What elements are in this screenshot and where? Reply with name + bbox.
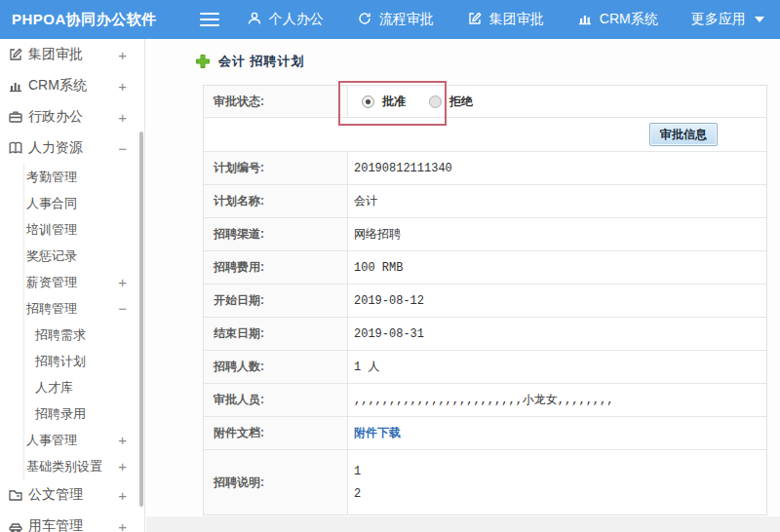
sidebar-item-label: 招聘计划 bbox=[35, 353, 86, 370]
radio-reject-label: 拒绝 bbox=[449, 94, 473, 110]
edit-icon bbox=[467, 11, 483, 29]
briefcase-icon bbox=[8, 109, 23, 125]
sidebar-item-label: 招聘录用 bbox=[35, 405, 86, 423]
sidebar-item-human-resources[interactable]: 人力资源− bbox=[0, 133, 144, 164]
sidebar-item-group-approval[interactable]: 集团审批+ bbox=[0, 39, 144, 70]
sidebar: 集团审批+CRM系统+行政办公+人力资源−考勤管理人事合同培训管理奖惩记录薪资管… bbox=[0, 39, 145, 532]
expand-icon[interactable]: + bbox=[118, 110, 127, 125]
sidebar-item-document[interactable]: 公文管理+ bbox=[0, 479, 144, 511]
nav-item-label: 集团审批 bbox=[489, 11, 544, 28]
add-icon bbox=[195, 54, 211, 69]
field-value: 会计 bbox=[348, 185, 766, 217]
sidebar-item-crm-system[interactable]: CRM系统+ bbox=[0, 70, 144, 101]
form-row: 结束日期:2019-08-31 bbox=[204, 318, 766, 351]
radio-approve-label: 批准 bbox=[382, 94, 406, 110]
sidebar-item-recruit-plan[interactable]: 招聘计划 bbox=[0, 348, 144, 374]
expand-icon[interactable]: + bbox=[118, 488, 127, 503]
car-icon bbox=[8, 518, 23, 532]
sidebar-item-training[interactable]: 培训管理 bbox=[0, 216, 144, 243]
caret-down-icon bbox=[755, 17, 764, 22]
sidebar-item-recruit-hire[interactable]: 招聘录用 bbox=[0, 400, 144, 427]
form-row: 招聘渠道:网络招聘 bbox=[204, 218, 766, 251]
field-value: 附件下载 bbox=[348, 417, 766, 449]
radio-approve[interactable]: 批准 bbox=[362, 94, 406, 110]
sidebar-item-label: 人事合同 bbox=[26, 195, 77, 212]
content-footer-strip bbox=[146, 516, 780, 532]
expand-icon[interactable]: + bbox=[118, 459, 127, 474]
expand-icon[interactable]: + bbox=[118, 79, 127, 94]
main-content: 会计 招聘计划 审批状态: 批准 拒绝 审批信息 bbox=[146, 39, 780, 532]
sidebar-item-vehicle[interactable]: 用车管理+ bbox=[0, 511, 144, 532]
edit-square-icon bbox=[8, 47, 23, 62]
form-row: 附件文档:附件下载 bbox=[204, 417, 766, 450]
description-line: 1 bbox=[354, 465, 361, 478]
sidebar-scrollbar[interactable] bbox=[139, 132, 143, 507]
expand-icon[interactable]: + bbox=[118, 519, 127, 532]
collapse-icon[interactable]: − bbox=[118, 301, 127, 316]
sidebar-item-label: 集团审批 bbox=[28, 46, 83, 63]
sidebar-item-recruit-need[interactable]: 招聘需求 bbox=[0, 322, 144, 348]
field-label: 计划编号: bbox=[204, 152, 348, 184]
sidebar-item-admin-office[interactable]: 行政办公+ bbox=[0, 101, 144, 133]
collapse-icon[interactable]: − bbox=[118, 141, 127, 156]
app-logo: PHPOA协同办公软件 bbox=[12, 11, 157, 29]
expand-icon[interactable]: + bbox=[118, 275, 127, 289]
field-label: 结束日期: bbox=[204, 318, 348, 350]
sidebar-item-label: 奖惩记录 bbox=[26, 247, 77, 265]
recruit-plan-form: 审批状态: 批准 拒绝 审批信息 计划编号:20190812111340计划名 bbox=[203, 85, 767, 515]
approval-info-button[interactable]: 审批信息 bbox=[649, 123, 718, 146]
sidebar-item-salary[interactable]: 薪资管理+ bbox=[0, 269, 144, 295]
expand-icon[interactable]: + bbox=[118, 48, 127, 62]
field-value: 1 人 bbox=[348, 351, 766, 383]
field-value: 批准 拒绝 bbox=[348, 86, 766, 117]
expand-icon[interactable]: + bbox=[118, 433, 127, 447]
sidebar-item-label: 考勤管理 bbox=[26, 169, 77, 186]
radio-reject[interactable]: 拒绝 bbox=[429, 94, 473, 110]
sidebar-item-label: 招聘需求 bbox=[35, 326, 86, 344]
field-value: 2019-08-12 bbox=[348, 285, 766, 317]
form-rows: 计划编号:20190812111340计划名称:会计招聘渠道:网络招聘招聘费用:… bbox=[204, 152, 766, 514]
user-icon bbox=[247, 11, 262, 29]
sidebar-item-recruit[interactable]: 招聘管理− bbox=[0, 295, 144, 322]
bar-chart-icon bbox=[577, 11, 593, 29]
sidebar-item-base-category[interactable]: 基础类别设置+ bbox=[0, 453, 144, 479]
menu-hamburger-icon[interactable] bbox=[200, 13, 219, 26]
page-title: 会计 招聘计划 bbox=[218, 53, 305, 70]
field-value: ,,,,,,,,,,,,,,,,,,,,,,,,小龙女,,,,,,,, bbox=[348, 384, 766, 416]
nav-crm-system[interactable]: CRM系统 bbox=[577, 11, 658, 29]
nav-process-approval[interactable]: 流程审批 bbox=[357, 11, 434, 29]
form-row-status: 审批状态: 批准 拒绝 bbox=[204, 86, 766, 118]
nav-group-approval[interactable]: 集团审批 bbox=[467, 11, 544, 29]
sidebar-item-label: 公文管理 bbox=[28, 486, 83, 504]
bar-chart-icon bbox=[8, 78, 23, 94]
book-icon bbox=[8, 140, 23, 156]
form-row: 计划名称:会计 bbox=[204, 185, 766, 218]
field-value: 100 RMB bbox=[348, 251, 766, 284]
sidebar-item-hr-contract[interactable]: 人事合同 bbox=[0, 190, 144, 216]
sidebar-item-reward-punish[interactable]: 奖惩记录 bbox=[0, 243, 144, 269]
nav-item-label: 流程审批 bbox=[379, 11, 434, 28]
attachment-download-link[interactable]: 附件下载 bbox=[354, 425, 401, 441]
field-label: 招聘费用: bbox=[204, 251, 348, 284]
sidebar-item-talent-pool[interactable]: 人才库 bbox=[0, 374, 144, 400]
nav-more-apps[interactable]: 更多应用 bbox=[691, 11, 764, 28]
field-label: 招聘人数: bbox=[204, 351, 348, 383]
topbar: PHPOA协同办公软件 个人办公 流程审批 集团审批 CRM系统 更多应用 bbox=[0, 0, 780, 39]
form-row: 招聘说明:12 bbox=[204, 450, 766, 514]
form-row: 计划编号:20190812111340 bbox=[204, 152, 766, 185]
radio-reject-control[interactable] bbox=[429, 95, 442, 108]
sidebar-item-label: 基础类别设置 bbox=[26, 458, 102, 475]
sidebar-item-attendance[interactable]: 考勤管理 bbox=[0, 164, 144, 190]
folder-icon bbox=[8, 487, 23, 503]
form-row: 开始日期:2019-08-12 bbox=[204, 285, 766, 318]
sidebar-item-label: 人力资源 bbox=[28, 139, 83, 157]
sidebar-item-personnel[interactable]: 人事管理+ bbox=[0, 427, 144, 453]
form-row-actions: 审批信息 bbox=[204, 118, 766, 152]
field-label: 招聘渠道: bbox=[204, 218, 348, 250]
nav-personal-office[interactable]: 个人办公 bbox=[247, 11, 324, 29]
topbar-nav: 个人办公 流程审批 集团审批 CRM系统 更多应用 bbox=[247, 11, 764, 29]
field-label: 附件文档: bbox=[204, 417, 348, 449]
field-value: 12 bbox=[348, 450, 766, 514]
radio-approve-control[interactable] bbox=[362, 95, 374, 108]
sidebar-item-label: 人才库 bbox=[35, 379, 73, 397]
